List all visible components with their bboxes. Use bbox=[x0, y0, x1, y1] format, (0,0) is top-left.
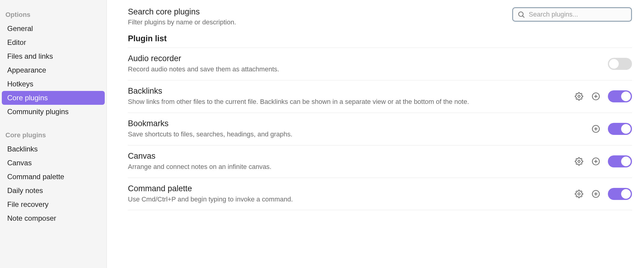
plugin-name: Audio recorder bbox=[128, 54, 596, 63]
plugin-row-bookmarks: Bookmarks Save shortcuts to files, searc… bbox=[128, 113, 632, 145]
sidebar-item-backlinks[interactable]: Backlinks bbox=[2, 142, 105, 156]
plus-circle-icon[interactable] bbox=[591, 189, 601, 199]
plugin-row-canvas: Canvas Arrange and connect notes on an i… bbox=[128, 145, 632, 178]
plugin-row-backlinks: Backlinks Show links from other files to… bbox=[128, 80, 632, 113]
plugin-name: Backlinks bbox=[128, 86, 562, 96]
plugin-list-heading: Plugin list bbox=[128, 34, 632, 43]
gear-icon[interactable] bbox=[574, 157, 584, 166]
svg-line-1 bbox=[523, 16, 524, 17]
plugin-description: Save shortcuts to files, searches, headi… bbox=[128, 129, 579, 139]
plugin-description: Arrange and connect notes on an infinite… bbox=[128, 162, 562, 172]
sidebar-item-community-plugins[interactable]: Community plugins bbox=[2, 105, 105, 119]
search-row: Search core plugins Filter plugins by na… bbox=[128, 7, 632, 26]
plugin-description: Use Cmd/Ctrl+P and begin typing to invok… bbox=[128, 195, 562, 204]
plugin-toggle[interactable] bbox=[608, 188, 632, 200]
search-title: Search core plugins bbox=[128, 7, 512, 17]
sidebar-item-note-composer[interactable]: Note composer bbox=[2, 211, 105, 225]
plugin-row-command-palette: Command palette Use Cmd/Ctrl+P and begin… bbox=[128, 178, 632, 210]
plus-circle-icon[interactable] bbox=[591, 124, 601, 134]
search-description: Filter plugins by name or description. bbox=[128, 18, 512, 26]
sidebar-item-hotkeys[interactable]: Hotkeys bbox=[2, 77, 105, 91]
main-content: Search core plugins Filter plugins by na… bbox=[107, 0, 644, 268]
gear-icon[interactable] bbox=[574, 189, 584, 199]
plugin-toggle[interactable] bbox=[608, 58, 632, 70]
search-icon bbox=[517, 11, 525, 18]
plugin-toggle[interactable] bbox=[608, 90, 632, 102]
plus-circle-icon[interactable] bbox=[591, 92, 601, 101]
plugin-row-audio-recorder: Audio recorder Record audio notes and sa… bbox=[128, 48, 632, 80]
sidebar-item-command-palette[interactable]: Command palette bbox=[2, 170, 105, 184]
search-input-container[interactable] bbox=[512, 7, 632, 22]
gear-icon[interactable] bbox=[574, 92, 584, 101]
plugin-toggle[interactable] bbox=[608, 123, 632, 135]
sidebar-item-file-recovery[interactable]: File recovery bbox=[2, 198, 105, 211]
sidebar: Options General Editor Files and links A… bbox=[0, 0, 107, 268]
svg-point-2 bbox=[578, 95, 580, 98]
sidebar-item-appearance[interactable]: Appearance bbox=[2, 63, 105, 77]
plugin-description: Record audio notes and save them as atta… bbox=[128, 64, 596, 74]
sidebar-item-editor[interactable]: Editor bbox=[2, 36, 105, 49]
sidebar-section-header-options: Options bbox=[0, 8, 107, 22]
plugin-name: Bookmarks bbox=[128, 119, 579, 128]
plugin-description: Show links from other files to the curre… bbox=[128, 97, 562, 107]
svg-point-9 bbox=[578, 160, 580, 163]
sidebar-item-daily-notes[interactable]: Daily notes bbox=[2, 184, 105, 198]
svg-point-13 bbox=[578, 193, 580, 195]
sidebar-item-general[interactable]: General bbox=[2, 22, 105, 36]
plugin-name: Canvas bbox=[128, 151, 562, 161]
sidebar-item-files-and-links[interactable]: Files and links bbox=[2, 49, 105, 63]
sidebar-section-header-core-plugins: Core plugins bbox=[0, 129, 107, 142]
search-input[interactable] bbox=[529, 11, 627, 18]
sidebar-item-core-plugins[interactable]: Core plugins bbox=[2, 91, 105, 105]
plus-circle-icon[interactable] bbox=[591, 157, 601, 166]
plugin-name: Command palette bbox=[128, 184, 562, 193]
plugin-toggle[interactable] bbox=[608, 155, 632, 167]
sidebar-item-canvas[interactable]: Canvas bbox=[2, 156, 105, 170]
